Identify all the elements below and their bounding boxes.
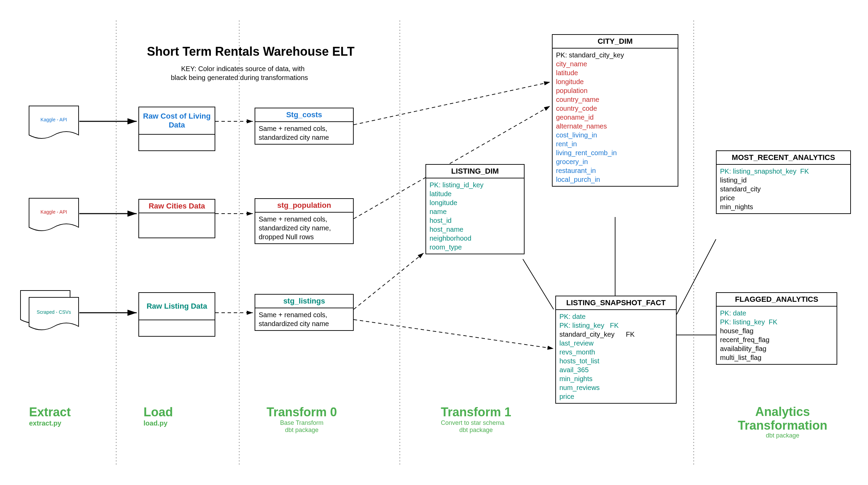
fact-title: LISTING_SNAPSHOT_FACT xyxy=(556,296,676,310)
listing-dim-body: PK: listing_id_key latitude longitude na… xyxy=(426,178,524,254)
city-dim-b3: grocery_in xyxy=(556,157,674,166)
source-scraped: Scraped - CSVs xyxy=(29,309,79,315)
city-dim-r4: country_name xyxy=(556,95,674,104)
city-dim-b1: rent_in xyxy=(556,139,674,148)
stg-costs-desc: Same + renamed cols, standardized city n… xyxy=(255,122,353,144)
mra-r4: min_nights xyxy=(720,202,847,211)
fact-r6: avail_365 xyxy=(559,365,673,374)
fact-r9: price xyxy=(559,392,673,401)
lane-t1-sub2: dbt package xyxy=(441,427,511,434)
box-raw-cost: Raw Cost of Living Data xyxy=(138,107,215,151)
city-dim-r7: alternate_names xyxy=(556,122,674,131)
box-stg-population: stg_population Same + renamed cols, stan… xyxy=(255,198,354,244)
fact-r1: PK: listing_key FK xyxy=(559,321,673,330)
lane-t1-title: Transform 1 xyxy=(441,405,511,419)
lane-analytics: Analytics Transformation dbt package xyxy=(731,405,834,439)
listing-dim-f1: latitude xyxy=(430,189,520,198)
city-dim-pk: PK: standard_city_key xyxy=(556,51,674,59)
city-dim-body: PK: standard_city_key city_name latitude… xyxy=(553,49,678,186)
stg-listings-desc: Same + renamed cols, standardized city n… xyxy=(255,308,353,330)
fact-r2: standard_city_key FK xyxy=(559,330,673,339)
city-dim-r6: geoname_id xyxy=(556,113,674,122)
raw-cost-title: Raw Cost of Living Data xyxy=(139,107,215,135)
lane-t0-sub1: Base Transform xyxy=(267,419,337,427)
flagged-r2: house_flag xyxy=(720,326,833,335)
svg-line-13 xyxy=(354,320,554,349)
lane-t0-title: Transform 0 xyxy=(267,405,337,419)
listing-dim-title: LISTING_DIM xyxy=(426,165,524,178)
listing-dim-f2: longitude xyxy=(430,198,520,207)
table-listing-dim: LISTING_DIM PK: listing_id_key latitude … xyxy=(425,164,525,254)
table-listing-snapshot-fact: LISTING_SNAPSHOT_FACT PK: date PK: listi… xyxy=(555,296,677,404)
fact-r3: last_review xyxy=(559,339,673,348)
svg-line-14 xyxy=(523,259,554,309)
fact-body: PK: date PK: listing_key FK standard_cit… xyxy=(556,310,676,403)
mra-title: MOST_RECENT_ANALYTICS xyxy=(717,151,850,165)
key-line-2: black being generated during transformat… xyxy=(171,74,308,82)
source-kaggle-1: Kaggle - API xyxy=(29,117,79,122)
fact-r7: min_nights xyxy=(559,374,673,383)
table-flagged-analytics: FLAGGED_ANALYTICS PK: date PK: listing_k… xyxy=(716,292,837,365)
key-line-1: KEY: Color indicates source of data, wit… xyxy=(181,65,304,73)
lane-load-title: Load xyxy=(144,405,173,419)
listing-dim-f6: neighborhood xyxy=(430,234,520,243)
flagged-r1: PK: listing_key FK xyxy=(720,318,833,326)
city-dim-b0: cost_living_in xyxy=(556,131,674,139)
listing-dim-f4: host_id xyxy=(430,216,520,225)
listing-dim-f5: host_name xyxy=(430,225,520,234)
mra-body: PK: listing_snapshot_key FK listing_id s… xyxy=(717,165,850,213)
fact-r8: num_reviews xyxy=(559,383,673,392)
lane-load: Load load.py xyxy=(144,405,173,427)
lane-t1-sub1: Convert to star schema xyxy=(441,419,511,427)
mra-r0: PK: listing_snapshot_key FK xyxy=(720,167,847,176)
lane-extract: Extract extract.py xyxy=(29,405,71,427)
listing-dim-f0: PK: listing_id_key xyxy=(430,180,520,189)
lane-load-sub: load.py xyxy=(144,419,173,427)
lane-t0: Transform 0 Base Transform dbt package xyxy=(267,405,337,434)
city-dim-b5: local_purch_in xyxy=(556,175,674,184)
city-dim-b2: living_rent_comb_in xyxy=(556,148,674,157)
mra-r3: price xyxy=(720,193,847,202)
flagged-body: PK: date PK: listing_key FK house_flag r… xyxy=(717,307,837,364)
flagged-r0: PK: date xyxy=(720,309,833,318)
flagged-r3: recent_freq_flag xyxy=(720,335,833,344)
lane-analytics-sub: dbt package xyxy=(731,432,834,439)
stg-pop-title: stg_population xyxy=(255,199,353,213)
table-most-recent-analytics: MOST_RECENT_ANALYTICS PK: listing_snapsh… xyxy=(716,150,851,214)
city-dim-r2: longitude xyxy=(556,77,674,86)
city-dim-r0: city_name xyxy=(556,59,674,68)
box-raw-listing: Raw Listing Data xyxy=(138,292,215,337)
fact-r0: PK: date xyxy=(559,312,673,321)
box-raw-cities: Raw Cities Data xyxy=(138,199,215,238)
svg-line-10 xyxy=(354,82,550,125)
flagged-r5: multi_list_flag xyxy=(720,353,833,362)
raw-listing-title: Raw Listing Data xyxy=(139,293,215,320)
lane-t1: Transform 1 Convert to star schema dbt p… xyxy=(441,405,511,434)
city-dim-r3: population xyxy=(556,86,674,95)
city-dim-r5: country_code xyxy=(556,104,674,113)
city-dim-b4: restaurant_in xyxy=(556,166,674,175)
city-dim-r1: latitude xyxy=(556,68,674,77)
flagged-title: FLAGGED_ANALYTICS xyxy=(717,293,837,307)
city-dim-title: CITY_DIM xyxy=(553,35,678,49)
box-stg-costs: Stg_costs Same + renamed cols, standardi… xyxy=(255,108,354,145)
listing-dim-f7: room_type xyxy=(430,243,520,252)
flagged-r4: availability_flag xyxy=(720,344,833,353)
page-title: Short Term Rentals Warehouse ELT xyxy=(147,44,354,59)
lane-extract-title: Extract xyxy=(29,405,71,419)
lane-extract-sub: extract.py xyxy=(29,419,71,427)
lane-analytics-title: Analytics Transformation xyxy=(731,405,834,432)
mra-r1: listing_id xyxy=(720,176,847,185)
table-city-dim: CITY_DIM PK: standard_city_key city_name… xyxy=(552,34,678,187)
lane-t0-sub2: dbt package xyxy=(267,427,337,434)
stg-listings-title: stg_listings xyxy=(255,295,353,308)
listing-dim-f3: name xyxy=(430,207,520,216)
mra-r2: standard_city xyxy=(720,185,847,193)
box-stg-listings: stg_listings Same + renamed cols, standa… xyxy=(255,294,354,331)
fact-r4: revs_month xyxy=(559,348,673,356)
raw-cities-title: Raw Cities Data xyxy=(139,200,215,213)
stg-costs-title: Stg_costs xyxy=(255,108,353,122)
source-kaggle-2: Kaggle - API xyxy=(29,209,79,215)
svg-line-16 xyxy=(677,239,716,314)
stg-pop-desc: Same + renamed cols, standardized city n… xyxy=(255,213,353,243)
